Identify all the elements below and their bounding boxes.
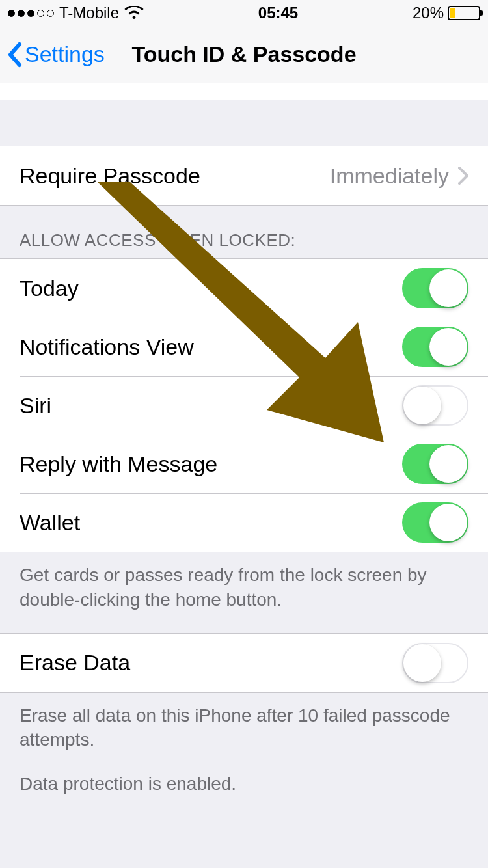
siri-row: Siri — [0, 376, 488, 435]
erase-data-group: Erase Data — [0, 633, 488, 693]
wifi-icon — [124, 6, 144, 20]
notifications-view-switch[interactable] — [402, 327, 468, 367]
erase-data-footer-text-1: Erase all data on this iPhone after 10 f… — [20, 703, 468, 753]
require-passcode-value: Immediately — [330, 163, 449, 189]
erase-data-footer: Erase all data on this iPhone after 10 f… — [0, 693, 488, 817]
battery-icon — [448, 6, 480, 20]
wallet-switch[interactable] — [402, 502, 468, 543]
change-passcode-label: Change Passcode — [20, 83, 200, 84]
reply-with-message-label: Reply with Message — [20, 452, 217, 477]
carrier-label: T-Mobile — [59, 4, 119, 22]
today-label: Today — [20, 276, 79, 301]
spacer — [0, 100, 488, 146]
allow-access-header: ALLOW ACCESS WHEN LOCKED: — [0, 206, 488, 258]
erase-data-label: Erase Data — [20, 650, 130, 675]
chevron-right-icon — [458, 167, 468, 185]
require-passcode-value-wrap: Immediately — [330, 163, 468, 189]
battery-percent-label: 20% — [413, 4, 444, 22]
erase-data-switch[interactable] — [402, 643, 468, 683]
require-passcode-label: Require Passcode — [20, 163, 200, 189]
require-passcode-group: Require Passcode Immediately — [0, 146, 488, 206]
siri-switch[interactable] — [402, 385, 468, 426]
erase-data-footer-text-2: Data protection is enabled. — [20, 772, 468, 796]
siri-label: Siri — [20, 393, 51, 418]
chevron-left-icon — [7, 42, 22, 68]
change-passcode-row[interactable]: Change Passcode — [0, 83, 488, 100]
status-bar: T-Mobile 05:45 20% — [0, 0, 488, 26]
back-button[interactable]: Settings — [0, 42, 105, 68]
content: Change Passcode Require Passcode Immedia… — [0, 83, 488, 817]
require-passcode-row[interactable]: Require Passcode Immediately — [0, 146, 488, 205]
clock-label: 05:45 — [258, 4, 298, 22]
signal-strength-icon — [8, 10, 54, 17]
notifications-view-row: Notifications View — [0, 318, 488, 376]
reply-with-message-switch[interactable] — [402, 444, 468, 484]
today-row: Today — [0, 259, 488, 318]
reply-with-message-row: Reply with Message — [0, 435, 488, 493]
wallet-row: Wallet — [0, 493, 488, 552]
today-switch[interactable] — [402, 268, 468, 308]
notifications-view-label: Notifications View — [20, 334, 194, 360]
nav-bar: Settings Touch ID & Passcode — [0, 26, 488, 83]
allow-access-group: Today Notifications View Siri Reply with… — [0, 258, 488, 552]
back-label: Settings — [25, 42, 105, 67]
wallet-footer: Get cards or passes ready from the lock … — [0, 552, 488, 633]
wallet-label: Wallet — [20, 510, 80, 536]
wallet-footer-text: Get cards or passes ready from the lock … — [20, 563, 468, 612]
erase-data-row: Erase Data — [0, 634, 488, 692]
status-left: T-Mobile — [8, 4, 144, 22]
status-right: 20% — [413, 4, 480, 22]
